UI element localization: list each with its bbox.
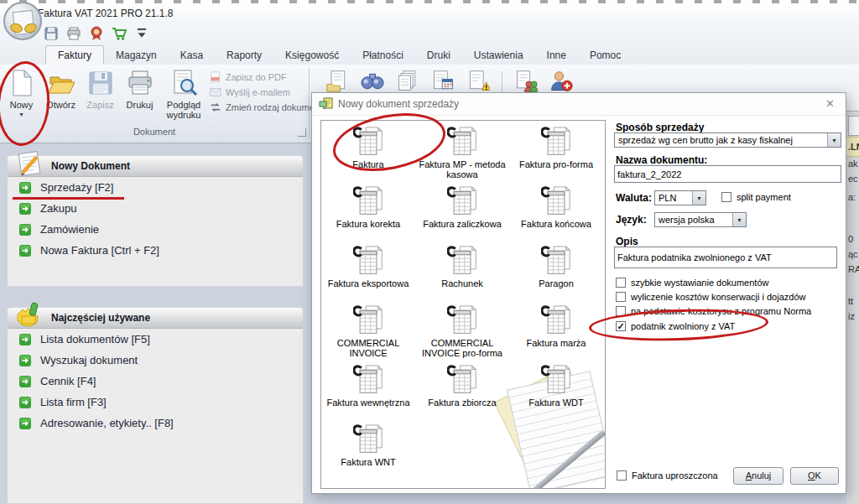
sidebar-item-lista-dokument-w-f5[interactable]: Lista dokumentów [F5] bbox=[8, 329, 303, 350]
waluta-select[interactable]: PLN ▼ bbox=[654, 190, 706, 205]
tab-kasa[interactable]: Kasa bbox=[169, 46, 215, 65]
document-type-faktura-wewn-trzna[interactable]: Faktura wewnętrzna bbox=[321, 363, 415, 423]
sposob-sprzedazy-select[interactable]: sprzedaż wg cen brutto jak z kasy fiskal… bbox=[614, 132, 841, 148]
otw-rz-button[interactable]: Otwórz bbox=[41, 67, 81, 135]
zmie-rodzaj-dokumentu-button[interactable]: Zmień rodzaj dokumentu bbox=[210, 101, 327, 113]
sidebar-item-zam-wienie[interactable]: Zamówienie bbox=[8, 219, 303, 240]
green-arrow-icon bbox=[19, 224, 31, 236]
option-podatnik-zwolniony-z-vat[interactable]: ✓podatnik zwolniony z VAT bbox=[616, 321, 735, 331]
change-type-icon bbox=[210, 101, 221, 113]
tab-ksi-gowo[interactable]: Księgowość bbox=[273, 46, 351, 65]
sidebar-item-label: Lista firm [F3] bbox=[40, 396, 107, 408]
invoice-document-icon bbox=[541, 184, 571, 218]
sidebar-item-label: Adresowanie, etykiety.. [F8] bbox=[40, 417, 174, 429]
document-type-commercial-invoice[interactable]: COMMERCIAL INVOICE bbox=[321, 304, 415, 363]
document-type-faktura-mp-metoda-kasowa[interactable]: Faktura MP - metoda kasowa bbox=[415, 125, 509, 184]
checkbox-box[interactable] bbox=[616, 278, 626, 288]
close-icon[interactable]: ✕ bbox=[823, 97, 837, 110]
checkbox-box[interactable]: ✓ bbox=[616, 321, 626, 331]
invoice-document-icon bbox=[353, 125, 383, 158]
document-type-faktura-wdt[interactable]: Faktura WDT bbox=[509, 363, 603, 423]
save-floppy-icon bbox=[87, 70, 114, 96]
wy-lij-e-mailem-button[interactable]: Wyślij e-mailem bbox=[210, 86, 327, 98]
tab-ustawienia[interactable]: Ustawienia bbox=[462, 46, 535, 65]
sidebar-item-wyszukaj-dokument[interactable]: Wyszukaj dokument bbox=[8, 350, 303, 371]
document-type-rachunek[interactable]: Rachunek bbox=[415, 244, 509, 304]
chevron-down-icon[interactable]: ▼ bbox=[18, 112, 24, 117]
button-label: Nowy bbox=[10, 100, 34, 110]
green-arrow-icon bbox=[19, 397, 31, 408]
sidebar-item-label: Zakupu bbox=[40, 202, 76, 215]
document-type-paragon[interactable]: Paragon bbox=[509, 244, 603, 304]
sidebar-item-lista-firm-f3[interactable]: Lista firm [F3] bbox=[8, 392, 303, 413]
chevron-down-icon[interactable]: ▼ bbox=[692, 191, 705, 205]
sidebar-item-sprzeda-y-f2[interactable]: Sprzedaży [F2] bbox=[8, 177, 303, 198]
sidebar-item-label: Zamówienie bbox=[40, 223, 99, 236]
invoice-document-icon bbox=[447, 304, 477, 337]
chevron-down-icon[interactable]: ▼ bbox=[827, 133, 841, 147]
nowy-button[interactable]: Nowy▼ bbox=[2, 67, 41, 135]
ribbon-group-label: Dokument bbox=[0, 127, 309, 137]
tab-druki[interactable]: Druki bbox=[415, 46, 462, 65]
document-type-label: Rachunek bbox=[441, 278, 483, 288]
sidebar-item-label: Lista dokumentów [F5] bbox=[40, 333, 150, 346]
button-label: Podgląd wydruku bbox=[159, 100, 208, 120]
application-menu-button[interactable] bbox=[3, 2, 42, 40]
customize-toolbar-icon[interactable] bbox=[134, 26, 149, 41]
document-type-faktura-eksportowa[interactable]: Faktura eksportowa bbox=[321, 244, 415, 304]
nazwa-dokumentu-input[interactable] bbox=[614, 165, 841, 183]
print-icon[interactable] bbox=[66, 26, 81, 41]
group-dialog-launcher-icon[interactable] bbox=[298, 128, 306, 137]
tab-raporty[interactable]: Raporty bbox=[215, 46, 273, 65]
jezyk-select[interactable]: wersja polska ▼ bbox=[654, 212, 747, 227]
document-type-commercial-invoice-pro-forma[interactable]: COMMERCIAL INVOICE pro-forma bbox=[415, 304, 509, 363]
button-label: Wyślij e-mailem bbox=[226, 87, 290, 97]
tab-faktury[interactable]: Faktury bbox=[45, 45, 104, 65]
tab-pomoc[interactable]: Pomoc bbox=[578, 46, 633, 65]
document-type-faktura-korekta[interactable]: Faktura korekta bbox=[321, 184, 415, 244]
shop-cart-icon[interactable] bbox=[112, 26, 127, 41]
checkbox-box[interactable] bbox=[721, 192, 731, 202]
waluta-label: Waluta: bbox=[616, 192, 652, 204]
document-warning-icon bbox=[466, 70, 490, 93]
tab-p-atno-ci[interactable]: Płatności bbox=[351, 46, 415, 65]
document-type-faktura-zbiorcza[interactable]: Faktura zbiorcza bbox=[415, 363, 509, 423]
sidebar-item-cennik-f4[interactable]: Cennik [F4] bbox=[8, 371, 303, 392]
invoice-document-icon bbox=[353, 244, 383, 278]
document-type-faktura-pro-forma[interactable]: Faktura pro-forma bbox=[509, 125, 603, 184]
document-type-faktura-wnt[interactable]: Faktura WNT bbox=[321, 423, 415, 482]
zapisz-do-pdf-button[interactable]: Zapisz do PDF bbox=[210, 71, 327, 83]
opis-input[interactable] bbox=[614, 247, 837, 268]
tab-inne[interactable]: Inne bbox=[535, 46, 578, 65]
ok-button[interactable]: OK bbox=[790, 467, 839, 485]
option-na-podstawie-kosztorysu-z-programu-norma[interactable]: na podstawie kosztorysu z programu Norma bbox=[616, 306, 811, 316]
background-text-fragment: RA bbox=[848, 264, 859, 274]
dialog-title-bar: Nowy dokument sprzedaży ✕ bbox=[312, 93, 846, 116]
faktura-uproszczona-checkbox[interactable]: Faktura uproszczona bbox=[617, 470, 718, 481]
option-szybkie-wystawianie-dokument-w[interactable]: szybkie wystawianie dokumentów bbox=[616, 278, 768, 288]
license-badge-icon[interactable] bbox=[89, 26, 104, 41]
tab-magazyn[interactable]: Magazyn bbox=[104, 46, 169, 65]
checkbox-box[interactable] bbox=[616, 306, 626, 316]
split-payment-checkbox[interactable]: split payment bbox=[721, 192, 791, 202]
checkbox-box[interactable] bbox=[616, 292, 626, 302]
chevron-down-icon[interactable]: ▼ bbox=[732, 213, 746, 226]
podgl-d-wydruku-button[interactable]: Podgląd wydruku bbox=[159, 67, 208, 135]
option-wyliczenie-koszt-w-konserwacji-i-dojazd-w[interactable]: wyliczenie kosztów konserwacji i dojazdó… bbox=[616, 292, 805, 302]
sidebar-item-zakupu[interactable]: Zakupu bbox=[8, 198, 303, 219]
cancel-button[interactable]: Anuluj bbox=[733, 467, 784, 485]
title-bar: Faktura VAT 2021 PRO 21.1.8 bbox=[0, 3, 859, 23]
zapisz-button[interactable]: Zapisz bbox=[81, 67, 120, 135]
section-header: Najczęściej używane bbox=[8, 308, 303, 329]
document-type-faktura-mar-a[interactable]: Faktura marża bbox=[509, 304, 603, 363]
sidebar-item-adresowanie-etykiety-f8[interactable]: Adresowanie, etykiety.. [F8] bbox=[8, 413, 303, 434]
document-type-faktura-zaliczkowa[interactable]: Faktura zaliczkowa bbox=[415, 184, 509, 244]
new-document-icon bbox=[8, 70, 35, 96]
document-type-faktura[interactable]: Faktura bbox=[321, 125, 415, 184]
background-text-fragment: .LN bbox=[848, 142, 859, 152]
drukuj-button[interactable]: Drukuj bbox=[120, 67, 159, 135]
document-type-faktura-ko-cowa[interactable]: Faktura końcowa bbox=[509, 184, 603, 244]
save-icon[interactable] bbox=[44, 26, 59, 41]
sidebar-item-nowa-faktura-ctrl-f2[interactable]: Nowa Faktura [Ctrl + F2] bbox=[8, 240, 303, 261]
checkbox-box[interactable] bbox=[617, 470, 627, 481]
